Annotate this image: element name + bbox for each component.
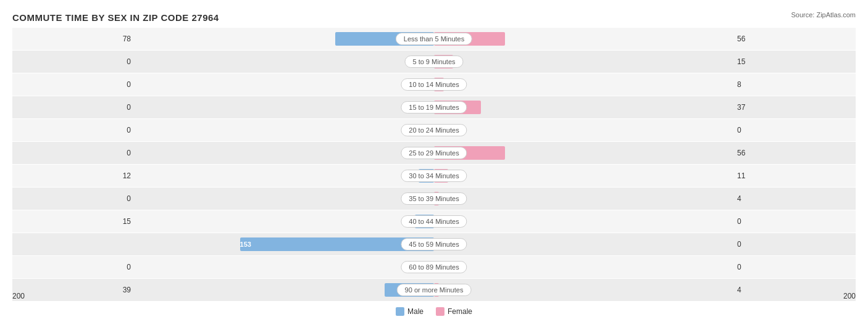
chart-row: 3990 or more Minutes4	[12, 279, 856, 301]
male-value: 12	[12, 171, 136, 180]
male-legend-label: Male	[407, 307, 424, 316]
chart-row: 78Less than 5 Minutes56	[12, 28, 856, 50]
bars-center: 5 to 9 Minutes	[136, 51, 732, 73]
female-value: 0	[732, 263, 856, 271]
female-value: 4	[732, 286, 856, 294]
female-legend-label: Female	[448, 307, 472, 316]
male-value: 39	[12, 286, 136, 294]
female-value: 11	[732, 171, 856, 180]
female-value: 56	[732, 149, 856, 157]
row-label: 40 to 44 Minutes	[401, 215, 467, 228]
male-value: 0	[12, 126, 136, 134]
male-value: 0	[12, 80, 136, 89]
female-value: 37	[732, 103, 856, 112]
female-value: 4	[732, 194, 856, 203]
legend-female: Female	[436, 307, 472, 316]
male-value: 0	[12, 149, 136, 157]
axis-left: 200	[12, 292, 25, 300]
legend: Male Female	[396, 307, 472, 316]
row-label: 10 to 14 Minutes	[401, 78, 467, 91]
female-value: 0	[732, 217, 856, 226]
row-label: Less than 5 Minutes	[396, 33, 472, 45]
row-label: 15 to 19 Minutes	[401, 101, 467, 114]
male-bar-inline-label: 153	[240, 237, 434, 251]
row-label: 25 to 29 Minutes	[401, 147, 467, 159]
chart-row: 1230 to 34 Minutes11	[12, 165, 856, 187]
male-value: 0	[12, 57, 136, 66]
row-label: 30 to 34 Minutes	[401, 170, 467, 182]
female-value: 15	[732, 57, 856, 66]
chart-row: 45 to 59 Minutes1530	[12, 233, 856, 255]
bars-center: 25 to 29 Minutes	[136, 142, 732, 164]
bars-center: 35 to 39 Minutes	[136, 188, 732, 210]
bars-center: 40 to 44 Minutes	[136, 210, 732, 233]
bars-center: 10 to 14 Minutes	[136, 73, 732, 96]
chart-row: 015 to 19 Minutes37	[12, 96, 856, 118]
bars-center: 60 to 89 Minutes	[136, 256, 732, 278]
bars-center: 30 to 34 Minutes	[136, 165, 732, 187]
chart-row: 035 to 39 Minutes4	[12, 188, 856, 210]
bars-center: 45 to 59 Minutes153	[136, 233, 732, 255]
female-value: 56	[732, 35, 856, 43]
row-label: 5 to 9 Minutes	[404, 56, 463, 68]
chart-title: COMMUTE TIME BY SEX IN ZIP CODE 27964	[12, 12, 856, 23]
row-label: 60 to 89 Minutes	[401, 261, 467, 273]
male-value: 15	[12, 217, 136, 226]
male-legend-box	[396, 307, 404, 316]
male-value: 0	[12, 263, 136, 271]
male-value: 0	[12, 194, 136, 203]
chart-row: 025 to 29 Minutes56	[12, 142, 856, 164]
legend-male: Male	[396, 307, 424, 316]
female-value: 0	[732, 240, 856, 249]
bars-center: Less than 5 Minutes	[136, 28, 732, 50]
bars-center: 20 to 24 Minutes	[136, 119, 732, 141]
chart-row: 060 to 89 Minutes0	[12, 256, 856, 278]
bars-center: 15 to 19 Minutes	[136, 96, 732, 118]
male-value: 78	[12, 35, 136, 43]
source-label: Source: ZipAtlas.com	[791, 11, 856, 19]
bars-center: 90 or more Minutes	[136, 279, 732, 301]
chart-container: COMMUTE TIME BY SEX IN ZIP CODE 27964 So…	[0, 0, 868, 322]
row-label: 35 to 39 Minutes	[401, 192, 467, 205]
axis-right: 200	[843, 292, 856, 300]
chart-row: 05 to 9 Minutes15	[12, 51, 856, 73]
female-value: 8	[732, 80, 856, 89]
row-label: 90 or more Minutes	[397, 284, 472, 296]
row-label: 20 to 24 Minutes	[401, 124, 467, 136]
bars-area: 78Less than 5 Minutes5605 to 9 Minutes15…	[12, 28, 856, 270]
chart-row: 010 to 14 Minutes8	[12, 73, 856, 96]
chart-row: 1540 to 44 Minutes0	[12, 210, 856, 233]
female-value: 0	[732, 126, 856, 134]
male-value: 0	[12, 103, 136, 112]
chart-row: 020 to 24 Minutes0	[12, 119, 856, 141]
female-legend-box	[436, 307, 444, 316]
